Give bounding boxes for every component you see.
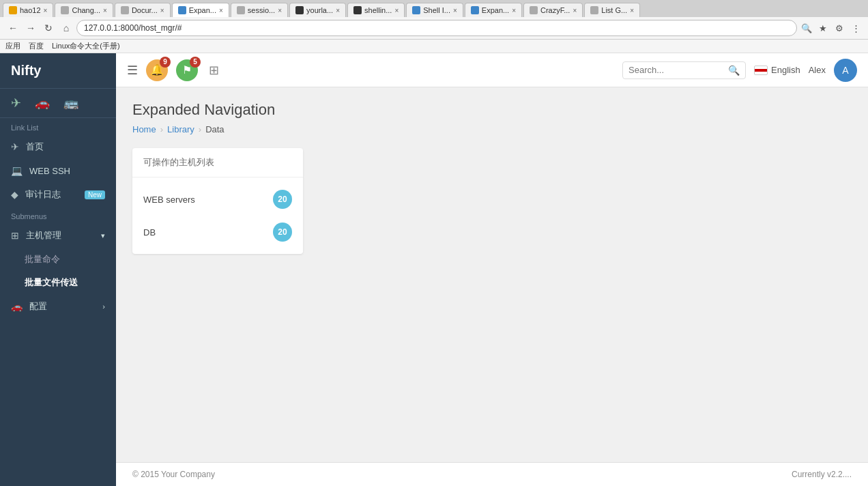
web-ssh-icon: 💻 [11,165,23,176]
sidebar-item-host-mgr[interactable]: ⊞ 主机管理 ▾ [0,223,116,248]
host-mgr-icon: ⊞ [11,230,19,241]
sidebar-item-web-ssh[interactable]: 💻 WEB SSH [0,159,116,182]
tab-close-4[interactable]: × [219,7,223,14]
list-item-db[interactable]: DB 20 [132,216,303,248]
config-icon: 🚗 [11,301,23,312]
tab-icon-11 [590,6,598,14]
browser-tab-9[interactable]: Expan... × [465,3,522,17]
notification-bell[interactable]: 🔔 9 [146,59,168,81]
browser-tab-8[interactable]: Shell I... × [406,3,463,17]
url-input[interactable] [76,20,797,36]
tab-close-9[interactable]: × [512,7,516,14]
db-count: 20 [273,223,292,242]
breadcrumb-library[interactable]: Library [167,124,194,134]
tab-label-9: Expan... [482,6,509,14]
browser-tab-1[interactable]: hao12 × [3,3,53,17]
tab-close-6[interactable]: × [336,7,340,14]
tab-icon-1 [9,6,17,14]
tab-icon-6 [295,6,304,14]
tab-close-11[interactable]: × [630,7,634,14]
grid-button[interactable]: ⊞ [209,63,219,78]
tab-icon-8 [412,6,420,14]
browser-tab-11[interactable]: List G... × [584,3,640,17]
sidebar-icon-plane[interactable]: ✈ [11,96,21,111]
footer: © 2015 Your Company Currently v2.2.... [116,462,868,486]
back-button[interactable]: ← [5,20,20,35]
zoom-icon[interactable]: 🔍 [800,21,813,35]
tab-label-6: yourla... [306,6,333,14]
menu-icon[interactable]: ⋮ [849,21,863,35]
breadcrumb-home[interactable]: Home [132,124,156,134]
home-browser-button[interactable]: ⌂ [59,20,74,35]
settings-icon[interactable]: ⚙ [833,21,846,35]
bookmark-apps[interactable]: 应用 [5,41,20,51]
browser-tab-7[interactable]: shellin... × [347,3,405,17]
tab-close-7[interactable]: × [394,7,399,14]
sidebar-brand: Nifty [0,53,116,89]
browser-tab-6[interactable]: yourla... × [289,3,346,17]
search-icon[interactable]: 🔍 [728,65,740,76]
batch-transfer-label: 批量文件传送 [25,276,78,289]
sidebar-icon-bus[interactable]: 🚌 [63,96,78,111]
sidebar-item-home[interactable]: ✈ 首页 [0,134,116,159]
sidebar-item-web-ssh-label: WEB SSH [29,166,70,176]
tab-label-3: Docur... [132,6,158,14]
breadcrumb-current: Data [205,124,224,134]
tab-icon-9 [471,6,479,14]
tab-label-10: CrazyF... [540,6,570,14]
language-label: English [771,65,800,75]
sidebar-item-batch-cmd[interactable]: 批量命令 [0,248,116,271]
web-servers-label: WEB servers [143,195,195,205]
home-nav-icon: ✈ [11,141,19,152]
bookmark-linux[interactable]: Linux命令大全(手册) [52,41,120,51]
star-icon[interactable]: ★ [816,21,830,35]
bookmark-baidu[interactable]: 百度 [29,41,44,51]
tab-icon-2 [61,6,69,14]
tab-close-5[interactable]: × [278,7,282,14]
top-navbar: ☰ 🔔 9 ⚑ 5 ⊞ 🔍 English [116,53,868,87]
forward-button[interactable]: → [23,20,38,35]
tab-close-8[interactable]: × [453,7,457,14]
sidebar: Nifty ✈ 🚗 🚌 Link List ✈ 首页 💻 WEB SSH ◆ 审… [0,53,116,486]
tab-label-2: Chang... [72,6,100,14]
language-selector[interactable]: English [754,65,800,75]
sidebar-item-batch-transfer[interactable]: 批量文件传送 [0,271,116,294]
tab-icon-3 [121,6,129,14]
tab-close-10[interactable]: × [573,7,577,14]
browser-tab-3[interactable]: Docur... × [115,3,171,17]
refresh-button[interactable]: ↻ [41,20,56,35]
tab-close-2[interactable]: × [103,7,107,14]
tab-icon-5 [237,6,245,14]
list-item-web-servers[interactable]: WEB servers 20 [132,183,303,216]
notification-flag[interactable]: ⚑ 5 [176,59,198,81]
user-avatar[interactable]: A [834,59,857,82]
browser-tab-5[interactable]: sessio... × [231,3,288,17]
host-mgr-chevron: ▾ [101,231,105,240]
sidebar-item-home-label: 首页 [26,141,44,153]
breadcrumb-sep-2: › [199,124,201,134]
sidebar-item-config[interactable]: 🚗 配置 › [0,294,116,319]
browser-tab-10[interactable]: CrazyF... × [523,3,583,17]
user-name[interactable]: Alex [809,65,826,75]
tab-close-1[interactable]: × [44,7,48,14]
tab-close-3[interactable]: × [160,7,164,14]
search-input[interactable] [628,65,724,75]
search-box: 🔍 [622,61,746,79]
sidebar-icon-car[interactable]: 🚗 [35,96,50,111]
tab-label-4: Expan... [189,6,216,14]
web-servers-count: 20 [273,190,292,209]
hamburger-button[interactable]: ☰ [127,63,138,78]
browser-tab-2[interactable]: Chang... × [55,3,113,17]
tab-label-1: hao12 [20,6,41,14]
notif2-count: 5 [190,57,201,68]
sidebar-item-audit-label: 审计日志 [25,188,61,201]
config-chevron: › [102,302,105,311]
tab-icon-10 [530,6,538,14]
footer-version: Currently v2.2.... [792,470,852,479]
content-area: Expanded Navigation Home › Library › Dat… [116,87,868,462]
tab-label-8: Shell I... [423,6,450,14]
notif1-count: 9 [160,57,171,68]
sidebar-item-config-label: 配置 [29,300,47,313]
browser-tab-4[interactable]: Expan... × [172,3,229,17]
sidebar-item-audit-log[interactable]: ◆ 审计日志 New [0,182,116,207]
